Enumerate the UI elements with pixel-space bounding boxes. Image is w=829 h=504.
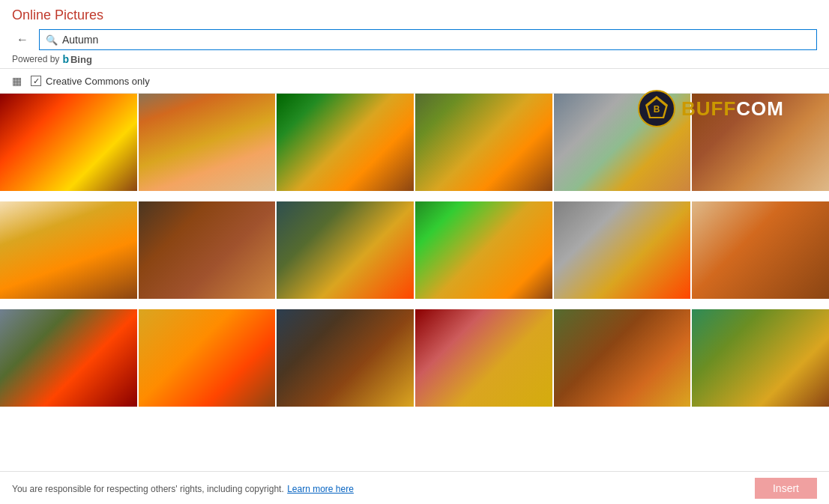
image-thumbnail[interactable] [692,201,829,299]
creative-commons-filter[interactable]: ✓ Creative Commons only [31,76,150,87]
image-grid [0,94,829,416]
image-thumbnail[interactable] [0,201,137,299]
dialog-title: Online Pictures [12,7,817,23]
thumbnail-image [139,94,276,191]
svg-text:B: B [654,104,660,115]
image-thumbnail[interactable] [277,201,414,299]
thumbnail-image [692,309,829,407]
thumbnail-image [0,201,137,299]
thumbnail-image [415,309,552,407]
thumbnail-image [554,309,691,407]
thumbnail-image [277,201,414,299]
thumbnail-image [139,201,276,299]
image-thumbnail[interactable] [139,94,276,191]
watermark-text: BUFFCOM [681,97,784,121]
image-thumbnail[interactable] [692,309,829,407]
search-input[interactable] [62,34,810,46]
thumbnail-image [554,201,691,299]
image-thumbnail[interactable] [554,309,691,407]
filter-icon[interactable]: ▦ [12,75,22,87]
thumbnail-image [0,309,137,407]
thumbnail-image [277,309,414,407]
image-thumbnail[interactable] [277,94,414,191]
watermark: B BUFFCOM [638,90,784,127]
image-thumbnail[interactable] [415,201,552,299]
thumbnail-image [692,201,829,299]
image-thumbnail[interactable] [415,309,552,407]
image-thumbnail[interactable] [277,309,414,407]
dialog-header: Online Pictures ← 🔍 Powered by bBing [0,0,829,69]
search-icon: 🔍 [46,34,58,46]
image-thumbnail[interactable] [554,201,691,299]
thumbnail-image [415,94,552,191]
footer-disclaimer: You are responsible for respecting other… [12,482,354,495]
cc-checkbox[interactable]: ✓ [31,76,41,86]
search-row: ← 🔍 [12,29,817,50]
back-button[interactable]: ← [12,31,33,48]
image-thumbnail[interactable] [139,309,276,407]
image-thumbnail[interactable] [0,309,137,407]
cc-label-text: Creative Commons only [46,76,150,87]
thumbnail-image [139,309,276,407]
powered-by-label: Powered by bBing [12,53,817,65]
thumbnail-image [0,94,137,191]
image-thumbnail[interactable] [0,94,137,191]
footer: You are responsible for respecting other… [0,471,829,504]
bing-logo: bBing [62,53,91,65]
image-thumbnail[interactable] [415,94,552,191]
buffcom-logo: B [638,90,675,127]
learn-more-link[interactable]: Learn more here [287,484,354,494]
thumbnail-image [415,201,552,299]
thumbnail-image [277,94,414,191]
insert-button[interactable]: Insert [755,478,817,499]
image-thumbnail[interactable] [139,201,276,299]
search-box-container: 🔍 [39,29,817,50]
